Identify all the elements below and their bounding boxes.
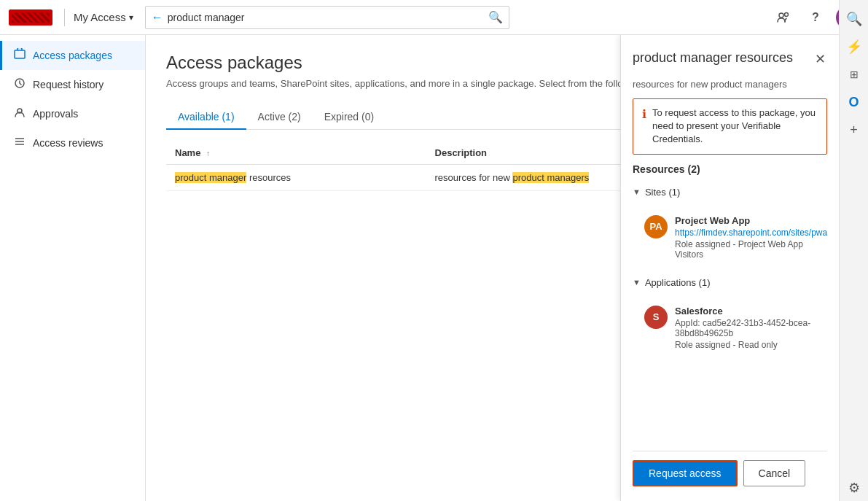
- chevron-down-icon: ▾: [129, 12, 133, 23]
- resource-item-pwa: PA Project Web App https://fimdev.sharep…: [633, 209, 827, 265]
- panel-warning: ℹ To request access to this package, you…: [633, 98, 827, 155]
- name-highlight: product manager: [175, 172, 246, 183]
- plus-icon[interactable]: +: [841, 117, 867, 143]
- search-input[interactable]: [168, 12, 484, 23]
- sidebar-item-approvals[interactable]: Approvals: [0, 99, 145, 128]
- tab-active[interactable]: Active (2): [246, 105, 313, 130]
- nav-title[interactable]: My Access ▾: [74, 11, 133, 23]
- sidebar-item-request-history[interactable]: Request history: [0, 70, 145, 99]
- access-packages-icon: [14, 48, 26, 63]
- sidebar-item-access-reviews[interactable]: Access reviews: [0, 128, 145, 158]
- extensions-icon[interactable]: ⚡: [841, 34, 867, 60]
- resource-url[interactable]: https://fimdev.sharepoint.com/sites/pwa: [675, 228, 827, 238]
- sidebar-item-label: Access packages: [33, 50, 112, 61]
- right-sidebar: 🔍 ⚡ ⊞ O + ⚙: [839, 0, 868, 501]
- cell-name: product manager resources: [166, 165, 426, 191]
- access-reviews-icon: [14, 136, 26, 150]
- search-submit-icon[interactable]: 🔍: [488, 10, 503, 24]
- tab-available[interactable]: Available (1): [166, 105, 246, 130]
- svg-point-0: [779, 13, 783, 18]
- resource-info-pwa: Project Web App https://fimdev.sharepoin…: [675, 215, 827, 260]
- applications-collapsible[interactable]: ▼ Applications (1): [633, 274, 827, 291]
- sidebar-item-label: Request history: [33, 79, 103, 90]
- settings-icon[interactable]: ⚙: [841, 475, 867, 501]
- resource-name: Project Web App: [675, 215, 827, 226]
- tab-expired[interactable]: Expired (0): [313, 105, 386, 130]
- help-icon[interactable]: ?: [804, 6, 827, 29]
- sort-icon: ↑: [206, 149, 210, 158]
- main-layout: Access packages Request history Approval…: [0, 35, 839, 501]
- topnav: My Access ▾ ← 🔍 ? SP: [0, 0, 868, 35]
- cancel-button[interactable]: Cancel: [743, 460, 806, 486]
- panel-warning-text: To request access to this package, you n…: [652, 106, 818, 147]
- resource-role: Role assigned - Project Web App Visitors: [675, 239, 827, 260]
- sites-label: Sites (1): [645, 187, 680, 198]
- people-icon[interactable]: [772, 6, 795, 29]
- resource-avatar-s: S: [644, 306, 668, 329]
- chevron-down-icon: ▼: [633, 187, 641, 196]
- logo-area: [9, 9, 52, 26]
- content-area: Access packages Access groups and teams,…: [146, 35, 839, 501]
- panel-footer: Request access Cancel: [633, 451, 827, 486]
- resource-role: Role assigned - Read only: [675, 340, 827, 350]
- resources-section-title: Resources (2): [633, 163, 827, 175]
- resource-info-salesforce: Salesforce AppId: cad5e242-31b3-4452-bce…: [675, 306, 827, 350]
- outlook-icon[interactable]: O: [841, 89, 867, 115]
- svg-point-1: [785, 12, 789, 16]
- search-bar: ← 🔍: [145, 6, 509, 29]
- panel-close-button[interactable]: ✕: [813, 50, 827, 69]
- panel-subtitle: resources for new product managers: [633, 79, 827, 90]
- sites-collapsible[interactable]: ▼ Sites (1): [633, 184, 827, 201]
- resource-name: Salesforce: [675, 306, 827, 316]
- panel-title: product manager resources: [633, 50, 793, 66]
- company-logo: [9, 9, 52, 26]
- svg-rect-2: [15, 50, 25, 58]
- applications-label: Applications (1): [645, 277, 711, 288]
- resource-item-salesforce: S Salesforce AppId: cad5e242-31b3-4452-b…: [633, 300, 827, 356]
- description-highlight: product managers: [512, 172, 589, 183]
- search-back-icon[interactable]: ←: [152, 11, 163, 24]
- request-access-button[interactable]: Request access: [633, 460, 738, 486]
- panel-header: product manager resources ✕: [633, 50, 827, 69]
- warning-icon: ℹ: [642, 107, 646, 121]
- left-sidebar: Access packages Request history Approval…: [0, 35, 146, 501]
- resource-avatar-pa: PA: [644, 215, 668, 238]
- chevron-down-icon: ▼: [633, 278, 641, 287]
- nav-divider: [64, 9, 65, 26]
- col-header-name[interactable]: Name ↑: [166, 141, 426, 165]
- panel-title-area: product manager resources: [633, 50, 793, 66]
- nav-title-text: My Access: [74, 11, 126, 23]
- sidebar-item-access-packages[interactable]: Access packages: [0, 41, 145, 70]
- apps-icon[interactable]: ⊞: [841, 61, 867, 88]
- approvals-icon: [14, 106, 26, 121]
- resource-app-id: AppId: cad5e242-31b3-4452-bcea-38bd8b496…: [675, 318, 827, 338]
- request-history-icon: [14, 77, 26, 92]
- sidebar-item-label: Approvals: [33, 108, 78, 120]
- detail-panel: product manager resources ✕ resources fo…: [620, 35, 839, 501]
- search-global-icon[interactable]: 🔍: [841, 6, 867, 32]
- sidebar-item-label: Access reviews: [33, 137, 103, 149]
